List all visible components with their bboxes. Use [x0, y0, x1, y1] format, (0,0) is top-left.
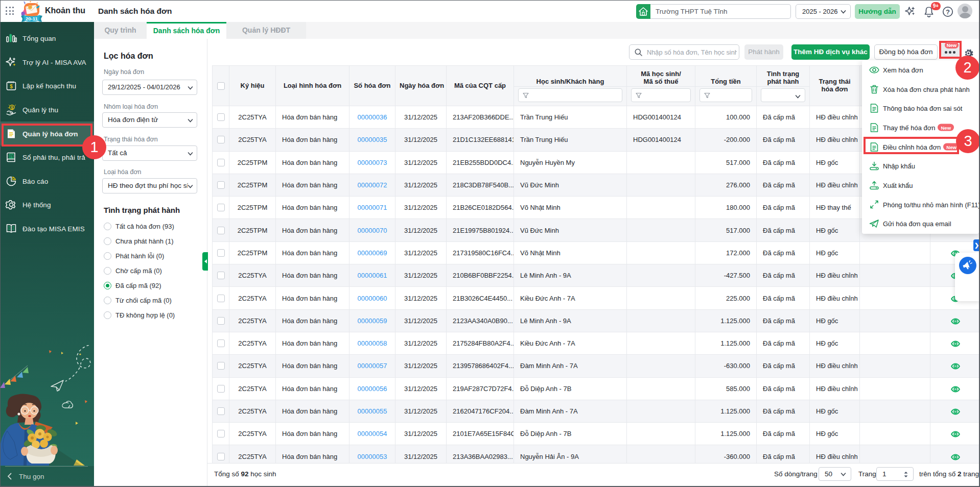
svg-text:$: $	[10, 154, 13, 159]
svg-text:$: $	[11, 105, 13, 110]
svg-text:?: ?	[946, 8, 950, 16]
svg-text:$: $	[10, 84, 13, 89]
svg-text:20-11: 20-11	[26, 16, 38, 21]
